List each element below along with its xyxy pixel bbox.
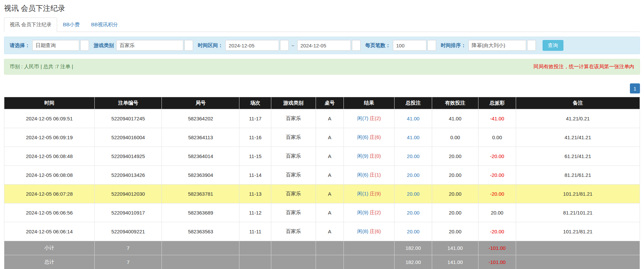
summary-empty-cell	[239, 241, 271, 255]
summary-empty-cell	[162, 255, 239, 269]
date-to-select[interactable]	[352, 40, 361, 51]
cell-table-no: A	[316, 185, 343, 203]
tab-bar: 视讯 会员下注纪录 BB小费 BB视讯积分	[4, 17, 640, 32]
table-row[interactable]: 2024-12-05 06:09:51 522094017245 5823642…	[4, 109, 640, 128]
table-row[interactable]: 2024-12-05 06:07:28 522094012030 5823637…	[4, 185, 640, 203]
cell-payout: -20.00	[478, 185, 516, 203]
result-player: 闲(6)	[357, 172, 368, 178]
column-header: 总派彩	[478, 97, 516, 109]
cell-valid-bet: 20.00	[432, 185, 478, 203]
summary-label: 总计	[4, 255, 95, 269]
result-player: 闲(1)	[357, 191, 368, 196]
result-banker: 庄(2)	[370, 209, 381, 215]
table-row[interactable]: 2024-12-05 06:06:14 522094009221 5823635…	[4, 222, 640, 241]
cell-game-type: 百家乐	[271, 109, 316, 128]
query-type-input[interactable]	[32, 40, 79, 51]
cell-total-bet[interactable]: 20.00	[395, 147, 432, 166]
column-header: 场次	[239, 97, 271, 109]
sort-order-input[interactable]	[468, 40, 526, 51]
table-footer: 小计 7 182.00 141.00 -101.00 总计 7 182.00 1…	[4, 241, 640, 269]
cell-payout: 0.00	[478, 128, 516, 147]
cell-table-no: A	[316, 203, 343, 222]
cell-payout: -20.00	[478, 166, 516, 185]
summary-label: 小计	[4, 241, 95, 255]
summary-empty-cell	[516, 255, 640, 269]
tab-bb-tips[interactable]: BB小费	[57, 17, 85, 32]
cell-result: 闲(6)庄(1)	[343, 166, 394, 185]
summary-empty-cell	[343, 241, 394, 255]
pagination-top: 1	[4, 83, 640, 93]
game-type-select[interactable]	[184, 40, 193, 51]
page: 视讯 会员下注纪录 视讯 会员下注纪录 BB小费 BB视讯积分 请选择： 游戏类…	[0, 0, 644, 269]
table-row[interactable]: 2024-12-05 06:06:56 522094010917 5823636…	[4, 203, 640, 222]
summary-total-bet: 182.00	[395, 241, 432, 255]
page-button-1-top[interactable]: 1	[630, 83, 640, 93]
date-from-input[interactable]	[225, 40, 279, 51]
page-size-input[interactable]	[393, 40, 426, 51]
result-player: 闲(9)	[357, 153, 368, 159]
cell-total-bet[interactable]: 20.00	[395, 222, 432, 241]
tab-betting-records[interactable]: 视讯 会员下注纪录	[4, 17, 57, 32]
column-header: 时间	[4, 97, 95, 109]
table-row[interactable]: 2024-12-05 06:09:19 522094016004 5823641…	[4, 128, 640, 147]
column-header: 备注	[516, 97, 640, 109]
cell-valid-bet: 20.00	[432, 166, 478, 185]
cell-table-no: A	[316, 109, 343, 128]
cell-game-type: 百家乐	[271, 222, 316, 241]
cell-game-type: 百家乐	[271, 147, 316, 166]
cell-session: 11-15	[239, 147, 271, 166]
summary-empty-cell	[316, 241, 343, 255]
cell-table-no: A	[316, 222, 343, 241]
cell-result: 闲(7)庄(2)	[343, 109, 394, 128]
column-header: 有效投注	[432, 97, 478, 109]
cell-bet-id: 522094009221	[94, 222, 162, 241]
search-button[interactable]: 查询	[543, 40, 563, 51]
table-summary-row: 小计 7 182.00 141.00 -101.00	[4, 241, 640, 255]
cell-time: 2024-12-05 06:07:28	[4, 185, 95, 203]
cell-total-bet[interactable]: 20.00	[395, 185, 432, 203]
game-type-input[interactable]	[116, 40, 183, 51]
cell-bet-id: 522094014925	[94, 147, 162, 166]
cell-session: 11-16	[239, 128, 271, 147]
column-header: 结果	[343, 97, 394, 109]
date-from-select[interactable]	[280, 40, 289, 51]
cell-session: 11-13	[239, 185, 271, 203]
cell-time: 2024-12-05 06:08:48	[4, 147, 95, 166]
cell-time: 2024-12-05 06:09:19	[4, 128, 95, 147]
currency-total-text: 币别 : 人民币 | 总共 :7 注单 |	[10, 64, 73, 70]
cell-game-type: 百家乐	[271, 203, 316, 222]
cell-total-bet[interactable]: 41.00	[395, 109, 432, 128]
summary-count: 7	[94, 241, 162, 255]
summary-total-bet: 182.00	[395, 255, 432, 269]
result-banker: 庄(0)	[370, 153, 381, 159]
cell-note: 101.21/81.21	[516, 185, 640, 203]
date-range-label: 时间区间：	[198, 42, 223, 49]
cell-time: 2024-12-05 06:06:56	[4, 203, 95, 222]
summary-bar: 币别 : 人民币 | 总共 :7 注单 | 同局有效投注，统一计算在该局第一张注…	[4, 59, 640, 75]
column-header: 注单编号	[94, 97, 162, 109]
cell-payout: 20.00	[478, 203, 516, 222]
date-to-input[interactable]	[297, 40, 351, 51]
cell-table-no: A	[316, 128, 343, 147]
filter-bar: 请选择： 游戏类别 时间区间： ~ 每页笔数： 时间排序： 查询	[4, 37, 640, 54]
query-type-select[interactable]	[80, 40, 89, 51]
tab-bb-video-points[interactable]: BB视讯积分	[85, 17, 124, 32]
result-banker: 庄(2)	[370, 115, 381, 121]
table-row[interactable]: 2024-12-05 06:08:08 522094013426 5823639…	[4, 166, 640, 185]
result-banker: 庄(9)	[370, 191, 381, 196]
cell-result: 闲(1)庄(9)	[343, 185, 394, 203]
sort-order-select[interactable]	[527, 40, 536, 51]
cell-total-bet[interactable]: 20.00	[395, 203, 432, 222]
summary-empty-cell	[271, 241, 316, 255]
cell-total-bet[interactable]: 20.00	[395, 166, 432, 185]
result-player: 闲(6)	[357, 134, 368, 140]
cell-total-bet[interactable]: 41.00	[395, 128, 432, 147]
page-size-select[interactable]	[427, 40, 436, 51]
column-header: 局号	[162, 97, 239, 109]
cell-note: 101.21/81.21	[516, 222, 640, 241]
cell-result: 闲(8)庄(6)	[343, 222, 394, 241]
cell-payout: -20.00	[478, 147, 516, 166]
column-header: 桌号	[316, 97, 343, 109]
cell-payout: -20.00	[478, 222, 516, 241]
table-row[interactable]: 2024-12-05 06:08:48 522094014925 5823640…	[4, 147, 640, 166]
